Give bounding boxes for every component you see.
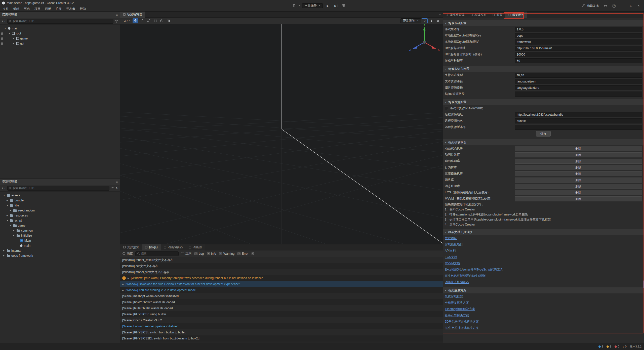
tab-scene-editor[interactable]: 场景编辑器 [120, 12, 145, 18]
menu-item[interactable]: 编辑 [11, 6, 22, 12]
scale-tool-button[interactable] [146, 18, 151, 23]
panel-menu-icon[interactable]: ≡ [116, 13, 118, 17]
delete-button[interactable]: 删除 [515, 196, 642, 201]
snap-grid-button[interactable] [165, 18, 171, 23]
field-input[interactable]: http://192.168.0.150/main/ [515, 46, 642, 51]
doc-link[interactable]: Excel格式转Json文件与TypeScript代码工具 [443, 267, 644, 273]
tree-node[interactable]: TS Main [0, 238, 120, 243]
expand-arrow-icon[interactable]: ▼ [10, 225, 13, 227]
log-line[interactable]: ▶ [Window] You are running Vue in develo… [120, 287, 443, 293]
refresh-icon[interactable]: ↻ [116, 187, 118, 190]
expand-arrow-icon[interactable]: ▶ [128, 277, 129, 279]
minimize-button[interactable]: — [620, 0, 627, 12]
filter-toggle[interactable]: ✓ Info [207, 252, 216, 255]
menu-item[interactable]: 节点 [22, 6, 32, 12]
layout-grid-icon[interactable] [341, 3, 346, 8]
tree-node[interactable]: ▶ common [0, 228, 120, 233]
status-badge[interactable]: 1 [607, 345, 611, 348]
section-header[interactable]: ▼ 游戏资源配置 [443, 99, 644, 105]
inspector-tab[interactable]: 服务 [490, 12, 505, 18]
filter-toggle[interactable]: ✓ Error [237, 252, 249, 255]
expand-arrow-icon[interactable]: ▶ [7, 214, 10, 216]
log-line[interactable]: [Window] render_texture文件夹不存在 [120, 257, 443, 263]
section-header[interactable]: ▼ 框架解决方案 [443, 287, 644, 293]
expand-arrow-icon[interactable]: ▶ [7, 199, 10, 201]
field-input[interactable]: http://localhost:8083/assets/bundle [515, 112, 642, 117]
tree-node[interactable]: ▼ script [0, 218, 120, 223]
filter-icon[interactable] [115, 20, 118, 23]
section-header[interactable]: ▼ 框架文档工具链接 [443, 229, 644, 235]
lock-icon[interactable] [1, 43, 3, 45]
field-input[interactable] [515, 92, 642, 97]
section-header[interactable]: ▼ 游戏基础配置 [443, 20, 644, 26]
tree-node[interactable]: ▶ internal [0, 248, 120, 253]
field-input[interactable]: language/json [515, 79, 642, 84]
help-icon[interactable]: ? [612, 4, 616, 8]
field-input[interactable]: 1.0.5 [515, 27, 642, 32]
filter-toggle[interactable]: ✓ Warning [219, 252, 234, 255]
checkbox[interactable] [181, 252, 184, 255]
delete-button[interactable]: 删除 [515, 190, 642, 195]
log-line[interactable]: [Scene] Forward render pipeline initiali… [120, 323, 443, 329]
expand-arrow-icon[interactable]: ▶ [13, 37, 16, 39]
panel-menu-icon[interactable]: ≡ [439, 13, 443, 16]
add-node-button[interactable]: + ▼ [2, 20, 6, 23]
field-input[interactable]: 60 [515, 58, 642, 63]
checkbox[interactable]: ✓ [194, 252, 197, 255]
solution-link[interactable]: 3D角色扮演游戏解决方案 [443, 325, 644, 331]
delete-button[interactable]: 删除 [515, 159, 642, 164]
log-line[interactable]: [Scene] Cocos Creator v3.8.2 [120, 317, 443, 323]
tree-node[interactable]: main [0, 243, 120, 248]
delete-button[interactable]: 删除 [515, 178, 642, 183]
tree-node[interactable]: ▼ game [0, 223, 120, 228]
log-line[interactable]: ▶ [Window] Download the Vue Devtools ext… [120, 281, 443, 287]
expand-arrow-icon[interactable]: ▶ [13, 42, 16, 45]
console-search-input[interactable]: 搜索 [135, 251, 179, 256]
checkbox[interactable]: ✓ [237, 252, 240, 255]
console-tab[interactable]: 动画编辑器 [161, 244, 186, 250]
tree-node[interactable]: ▶ resources [0, 213, 120, 218]
remote-load-checkbox[interactable] [445, 107, 448, 110]
sort-icon[interactable] [111, 187, 114, 190]
delete-button[interactable]: 删除 [515, 184, 642, 189]
expand-arrow-icon[interactable]: ▶ [3, 250, 7, 252]
play-button[interactable]: ▶ [325, 3, 331, 8]
close-button[interactable]: × [635, 0, 642, 12]
field-input[interactable]: bundle [515, 118, 642, 123]
menu-item[interactable]: 项目 [32, 6, 43, 12]
lock-icon[interactable] [1, 33, 3, 35]
delete-button[interactable]: 删除 [515, 146, 642, 151]
tree-node[interactable]: ▶ seedrandom [0, 208, 120, 213]
expand-arrow-icon[interactable]: ▼ [7, 205, 10, 206]
rect-tool-button[interactable] [152, 18, 158, 23]
expand-arrow-icon[interactable]: ▶ [122, 289, 124, 291]
tree-node[interactable]: ▶ game [0, 36, 120, 41]
console-tab[interactable]: 动画图 [186, 244, 205, 250]
menu-item[interactable]: 扩展 [53, 6, 64, 12]
doc-link[interactable]: API文档 [443, 248, 644, 254]
maximize-button[interactable]: □ [627, 0, 635, 12]
field-input[interactable]: oops [515, 33, 642, 38]
expand-arrow-icon[interactable]: ▶ [13, 230, 17, 232]
tree-node[interactable]: ▼ root [0, 31, 120, 36]
tree-node[interactable]: ▼ libs [0, 203, 120, 208]
checkbox[interactable]: ✓ [207, 252, 210, 255]
download-counter[interactable]: ↓ 0 [623, 345, 627, 348]
assets-search-input[interactable]: 搜索名称或 UUID [7, 186, 109, 191]
console-tab[interactable]: 资源预览 [120, 244, 142, 250]
inspector-tab[interactable]: 属性检查器 [443, 12, 468, 18]
console-tab[interactable]: 控制台 [142, 244, 161, 250]
doc-link[interactable]: 游戏模板项目 [443, 241, 644, 248]
log-line[interactable]: [Window] model_view文件夹不存在 [120, 269, 443, 275]
tree-node[interactable]: ▼ assets [0, 193, 120, 198]
delete-button[interactable]: 删除 [515, 165, 642, 170]
solution-link[interactable]: 全栈开发解决方案 [443, 300, 644, 306]
expand-arrow-icon[interactable]: ▼ [9, 33, 12, 34]
device-preview-icon[interactable] [292, 3, 297, 8]
log-line[interactable]: ! ▶ [Window] [Vue warn]: Property "onInp… [120, 275, 443, 281]
solution-link[interactable]: 2D角色扮演游戏解决方案 [443, 319, 644, 325]
tree-node[interactable]: ▶ bundle [0, 198, 120, 203]
field-input[interactable]: 10000 [515, 52, 642, 57]
field-input[interactable] [515, 125, 642, 130]
section-header[interactable]: ▼ 游戏多语言配置 [443, 66, 644, 72]
